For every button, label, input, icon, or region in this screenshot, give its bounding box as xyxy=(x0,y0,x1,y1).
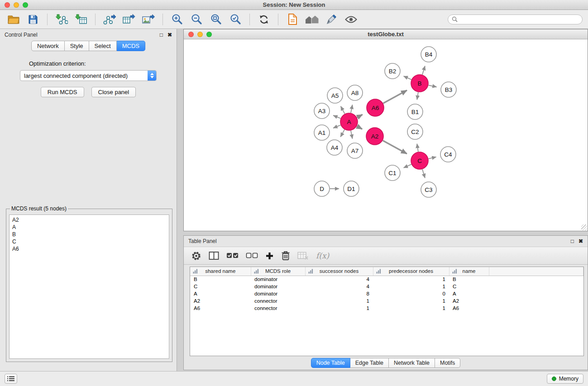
graph-node-A2[interactable]: A2 xyxy=(366,128,383,145)
column-browser-button[interactable] xyxy=(209,249,219,262)
table-cell[interactable]: A6 xyxy=(449,305,489,312)
table-cell[interactable]: connector xyxy=(251,297,305,305)
node-table[interactable]: shared nameMCDS rolesuccessor nodesprede… xyxy=(190,267,583,312)
column-header-mcds-role[interactable]: MCDS role xyxy=(251,267,305,276)
add-row-button[interactable] xyxy=(265,249,274,262)
graph-node-B2[interactable]: B2 xyxy=(385,63,400,79)
graph-node-A4[interactable]: A4 xyxy=(327,140,342,155)
tab-edge-table[interactable]: Edge Table xyxy=(350,358,389,368)
graph-edge-A-A1[interactable] xyxy=(333,125,340,128)
zoom-out-button[interactable] xyxy=(188,12,205,27)
close-panel-button[interactable]: Close panel xyxy=(91,87,136,97)
tab-mcds[interactable]: MCDS xyxy=(117,41,145,51)
table-row[interactable]: Cdominator41C xyxy=(190,283,583,290)
column-header-predecessor-nodes[interactable]: predecessor nodes xyxy=(373,267,449,276)
memory-button[interactable]: Memory xyxy=(547,374,583,384)
graph-edge-B-B2[interactable] xyxy=(404,76,411,80)
zoom-in-button[interactable] xyxy=(169,12,185,27)
graph-edge-B-B3[interactable] xyxy=(429,85,437,87)
search-input[interactable] xyxy=(460,16,578,23)
zoom-selected-button[interactable] xyxy=(227,12,244,27)
run-mcds-button[interactable]: Run MCDS xyxy=(41,87,84,97)
window-titlebar[interactable]: Session: New Session xyxy=(0,0,588,10)
table-cell[interactable]: dominator xyxy=(251,276,305,283)
tab-motifs[interactable]: Motifs xyxy=(435,358,460,368)
graph-node-B1[interactable]: B1 xyxy=(407,104,423,119)
graph-edge-C-C1[interactable] xyxy=(404,164,411,168)
graph-node-D1[interactable]: D1 xyxy=(344,181,359,196)
delete-table-button[interactable] xyxy=(297,249,309,262)
window-resize-grip[interactable] xyxy=(581,224,587,230)
graph-node-A5[interactable]: A5 xyxy=(327,88,343,103)
graph-edge-A-A7[interactable] xyxy=(351,131,353,139)
graph-node-C1[interactable]: C1 xyxy=(385,165,400,181)
table-row[interactable]: A6connector11A6 xyxy=(190,305,583,312)
table-cell[interactable]: B xyxy=(190,276,251,283)
graph-node-A[interactable]: A xyxy=(340,113,358,130)
tab-style[interactable]: Style xyxy=(65,41,89,51)
graph-node-A6[interactable]: A6 xyxy=(367,99,384,116)
graph-edge-A2-C[interactable] xyxy=(383,141,407,154)
import-table-button[interactable] xyxy=(73,12,89,27)
minimize-traffic-light[interactable] xyxy=(14,2,19,8)
home-button[interactable] xyxy=(304,12,320,27)
table-row[interactable]: Adominator80A xyxy=(190,290,583,297)
node-table-container[interactable]: shared nameMCDS rolesuccessor nodesprede… xyxy=(190,267,584,356)
close-table-panel-icon[interactable]: ✖ xyxy=(578,238,583,244)
function-builder-button[interactable]: f(x) xyxy=(316,249,329,262)
style-pen-button[interactable] xyxy=(323,12,339,27)
table-cell[interactable]: 1 xyxy=(305,305,373,312)
float-table-panel-icon[interactable]: □ xyxy=(571,238,574,244)
tab-select[interactable]: Select xyxy=(89,41,117,51)
table-cell[interactable]: 4 xyxy=(305,283,373,290)
graph-node-A8[interactable]: A8 xyxy=(347,85,363,100)
graph-node-D[interactable]: D xyxy=(314,181,330,196)
graph-node-C4[interactable]: C4 xyxy=(440,147,456,162)
table-cell[interactable]: 8 xyxy=(305,290,373,297)
network-canvas[interactable]: AA2A6BCA1A3A4A5A7A8B1B2B3B4C1C2C3C4DD1 xyxy=(184,39,588,231)
table-cell[interactable]: B xyxy=(449,276,489,283)
table-cell[interactable]: C xyxy=(449,283,489,290)
graph-edge-A-A4[interactable] xyxy=(340,129,344,137)
table-cell[interactable]: 1 xyxy=(305,297,373,305)
graph-node-C2[interactable]: C2 xyxy=(407,124,423,139)
table-settings-button[interactable] xyxy=(191,249,201,262)
table-cell[interactable]: C xyxy=(190,283,251,290)
refresh-layout-button[interactable] xyxy=(256,12,272,27)
network-window-titlebar[interactable]: testGlobe.txt xyxy=(184,29,588,39)
network-zoom-light[interactable] xyxy=(206,32,212,37)
table-cell[interactable]: dominator xyxy=(251,283,305,290)
table-cell[interactable]: A6 xyxy=(190,305,251,312)
table-cell[interactable]: A xyxy=(190,290,251,297)
graph-edge-C-C2[interactable] xyxy=(417,144,418,152)
zoom-traffic-light[interactable] xyxy=(23,2,28,8)
export-image-button[interactable] xyxy=(140,12,157,27)
graph-node-C[interactable]: C xyxy=(411,152,428,169)
show-details-button[interactable] xyxy=(343,12,359,27)
deselect-all-button[interactable] xyxy=(246,249,258,262)
select-all-button[interactable] xyxy=(226,249,239,262)
graph-edge-C-C4[interactable] xyxy=(429,157,436,159)
graph-edge-A-A6[interactable] xyxy=(357,114,363,118)
table-row[interactable]: Bdominator41B xyxy=(190,276,583,283)
table-row[interactable]: A2connector11A2 xyxy=(190,297,583,305)
network-graph[interactable]: AA2A6BCA1A3A4A5A7A8B1B2B3B4C1C2C3C4DD1 xyxy=(184,39,588,231)
column-header-name[interactable]: name xyxy=(449,267,489,276)
table-cell[interactable]: A2 xyxy=(190,297,251,305)
graph-edge-A-A2[interactable] xyxy=(357,126,362,129)
network-minimize-light[interactable] xyxy=(197,32,203,37)
table-cell[interactable]: connector xyxy=(251,305,305,312)
graph-node-B[interactable]: B xyxy=(411,75,428,92)
graph-node-B3[interactable]: B3 xyxy=(441,82,456,97)
graph-node-C3[interactable]: C3 xyxy=(421,182,436,197)
graph-edge-B-B4[interactable] xyxy=(422,66,425,75)
delete-row-button[interactable] xyxy=(281,249,290,262)
mcds-result-list[interactable]: A2ABCA6 xyxy=(9,214,169,359)
graph-node-A1[interactable]: A1 xyxy=(314,125,330,140)
graph-edge-B-B1[interactable] xyxy=(417,92,418,100)
criterion-dropdown[interactable]: largest connected component (directed) xyxy=(20,70,157,81)
float-panel-icon[interactable]: □ xyxy=(160,32,163,38)
graph-node-A3[interactable]: A3 xyxy=(314,103,330,119)
column-header-successor-nodes[interactable]: successor nodes xyxy=(305,267,373,276)
graph-edge-A-A8[interactable] xyxy=(351,105,353,113)
